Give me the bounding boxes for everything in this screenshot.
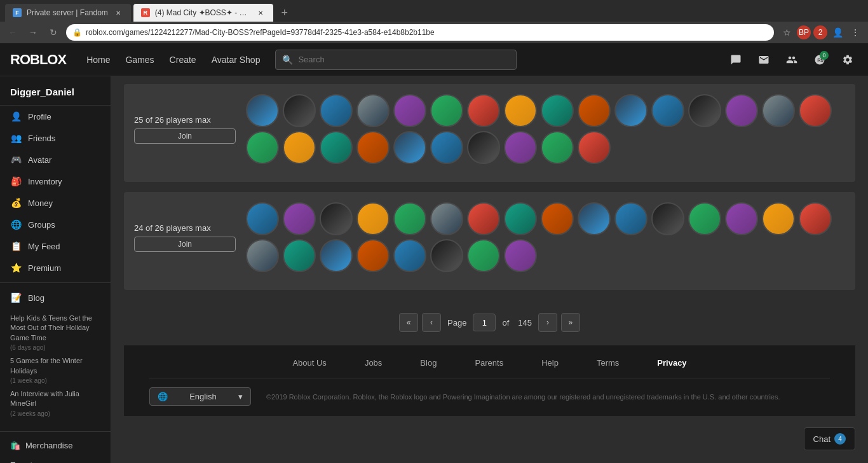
player-avatar [762,94,795,127]
server-header-1: 25 of 26 players max Join [134,94,845,164]
of-label: of [502,318,509,328]
account-button[interactable]: 2 [813,25,827,39]
nav-avatar-shop[interactable]: Avatar Shop [212,55,261,65]
chat-icon-nav[interactable] [726,50,746,70]
menu-button[interactable]: ⋮ [848,25,863,40]
myfeed-icon: 📋 [10,240,22,252]
player-avatar [356,202,390,235]
footer-link-jobs[interactable]: Jobs [365,358,382,368]
join-button-1[interactable]: Join [134,128,236,144]
sidebar-item-groups[interactable]: 🌐 Groups [0,214,111,235]
friends-icon[interactable] [782,50,802,70]
premium-icon: ⭐ [10,262,22,273]
messages-icon[interactable] [754,50,774,70]
server-info-2: 24 of 26 players max Join [134,223,236,252]
player-avatar [504,131,537,164]
player-avatar [467,94,500,127]
bookmark-button[interactable]: ☆ [779,25,794,40]
search-bar[interactable]: 🔍 [275,50,517,70]
browser-tab-2[interactable]: R (4) Mad City ✦BOSS✦ - Roblox ✕ [133,4,273,22]
sidebar-label-friends: Friends [28,134,55,143]
sidebar-item-events[interactable]: Events [0,455,111,463]
player-avatar [651,202,684,235]
sidebar-item-profile[interactable]: 👤 Profile [0,106,111,127]
sidebar-label-blog: Blog [28,293,44,303]
player-avatar [504,94,537,127]
sidebar-item-avatar[interactable]: 🎮 Avatar [0,149,111,170]
join-button-2[interactable]: Join [134,237,236,252]
sidebar-label-merchandise: Merchandise [25,441,72,450]
language-selector[interactable]: 🌐 English ▾ [149,387,251,406]
sidebar-item-friends[interactable]: 👥 Friends [0,127,111,149]
settings-icon[interactable] [837,50,858,70]
user-account-button[interactable]: 👤 [830,25,845,40]
sidebar-label-profile: Profile [28,112,51,121]
player-avatar [430,131,463,164]
player-avatar [393,202,426,235]
globe-icon: 🌐 [158,392,168,401]
player-avatar [467,239,500,272]
footer: About Us Jobs Blog Parents Help Terms Pr… [124,345,855,416]
browser-chrome: F Private server | Fandom ✕ R (4) Mad Ci… [0,0,868,43]
server-header-2: 24 of 26 players max Join [134,202,845,272]
chevron-down-icon: ▾ [238,392,243,401]
nav-games[interactable]: Games [125,55,154,65]
sidebar-item-myfeed[interactable]: 📋 My Feed [0,235,111,257]
player-avatar [541,131,574,164]
page-last-button[interactable]: » [561,313,580,332]
sidebar-item-premium[interactable]: ⭐ Premium [0,257,111,279]
blog-post-title-2: 5 Games for the Winter Holidays [10,356,100,376]
robux-icon[interactable]: R$ 0 [810,50,830,70]
chat-button[interactable]: Chat 4 [804,427,855,450]
footer-bottom: 🌐 English ▾ ©2019 Roblox Corporation. Ro… [149,387,830,406]
footer-link-privacy[interactable]: Privacy [657,358,686,368]
refresh-button[interactable]: ↻ [46,25,61,40]
footer-link-aboutus[interactable]: About Us [292,358,326,368]
search-icon: 🔍 [282,55,293,65]
sidebar-item-inventory[interactable]: 🎒 Inventory [0,170,111,192]
server-players-2 [246,202,845,272]
money-icon: 💰 [10,197,22,209]
footer-link-terms[interactable]: Terms [597,358,619,368]
player-avatar [688,202,721,235]
groups-icon: 🌐 [10,219,22,230]
player-avatar [467,131,500,164]
blog-post-3[interactable]: An Interview with Julia MineGirl (2 week… [10,389,100,417]
page-label: Page [447,318,466,328]
blog-post-date-1: (6 days ago) [10,344,100,351]
page-prev-button[interactable]: ‹ [422,313,441,332]
footer-link-blog[interactable]: Blog [420,358,437,368]
nav-home[interactable]: Home [86,55,110,65]
sidebar-label-money: Money [28,198,53,208]
page-first-button[interactable]: « [399,313,418,332]
player-avatar [651,94,684,127]
total-pages: 145 [518,318,532,328]
tab-close-1[interactable]: ✕ [113,8,123,18]
address-bar[interactable]: 🔒 roblox.com/games/1224212277/Mad-City-B… [66,24,774,41]
back-button[interactable]: ← [5,25,20,40]
forward-button[interactable]: → [25,25,41,40]
sidebar-username: Digger_Daniel [0,81,111,106]
sidebar-blog-section: Help Kids & Teens Get the Most Out of Th… [0,308,111,427]
server-card-2: 24 of 26 players max Join [124,192,855,290]
footer-link-parents[interactable]: Parents [475,358,503,368]
new-tab-button[interactable]: + [276,4,294,22]
footer-divider [149,378,830,378]
blog-post-date-3: (2 weeks ago) [10,410,100,417]
browser-tab-1[interactable]: F Private server | Fandom ✕ [5,4,131,22]
address-text: roblox.com/games/1224212277/Mad-City-BOS… [86,28,768,37]
tab-close-2[interactable]: ✕ [255,8,266,18]
sidebar-item-blog[interactable]: 📝 Blog [0,287,111,308]
search-input[interactable] [298,55,510,64]
sidebar-item-money[interactable]: 💰 Money [0,192,111,214]
profile-button[interactable]: BP [797,25,811,39]
logo-text: ROBLOX [10,52,66,67]
blog-post-2[interactable]: 5 Games for the Winter Holidays (1 week … [10,356,100,384]
page-input[interactable] [473,314,496,331]
sidebar-item-merchandise[interactable]: 🛍️ Merchandise [0,436,111,455]
blog-post-1[interactable]: Help Kids & Teens Get the Most Out of Th… [10,314,100,351]
nav-create[interactable]: Create [170,55,196,65]
page-next-button[interactable]: › [538,313,557,332]
server-card-1: 25 of 26 players max Join [124,84,855,182]
footer-link-help[interactable]: Help [541,358,559,368]
